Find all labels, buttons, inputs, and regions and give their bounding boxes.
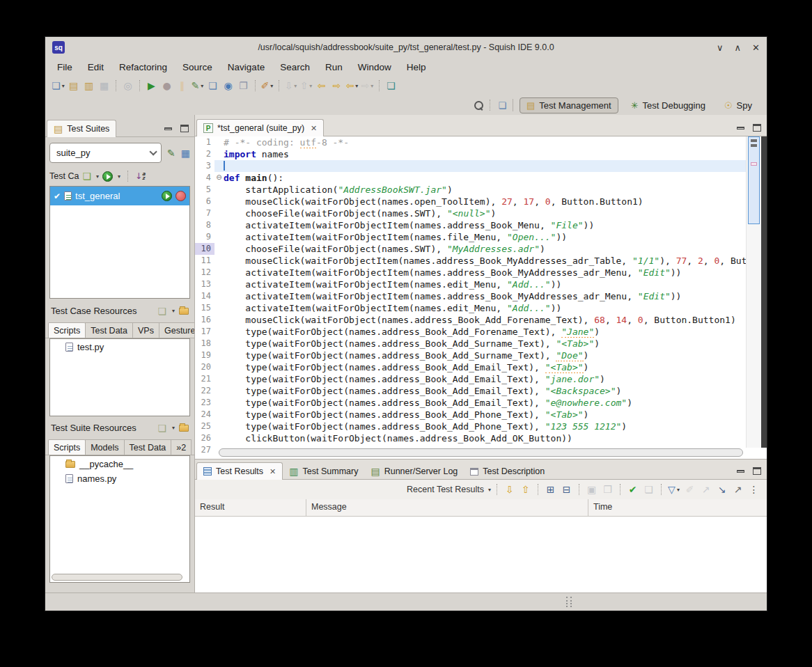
code-text[interactable]: # -*- coding: utf-8 -*- [224,136,746,148]
code-line[interactable]: 7 chooseFile(waitForObject(names.SWT), "… [195,207,746,219]
new-resource-icon[interactable]: ❏ [157,423,166,433]
recent-test-results-dropdown[interactable]: Recent Test Results▾ [406,482,492,497]
line-number[interactable]: 19 [195,350,214,361]
pin-editor-icon[interactable]: ❏ [384,78,398,93]
forward-icon[interactable]: ⇨▾ [360,78,375,93]
server-settings-icon[interactable]: ▦ [181,148,190,158]
pull-down-icon[interactable]: ⇩▾ [283,78,298,93]
line-number[interactable]: 10 [195,243,214,255]
line-number[interactable]: 6 [195,196,214,207]
minimize-editor-icon[interactable] [737,127,744,130]
code-line[interactable]: 3 [195,160,746,172]
maximize-view-icon[interactable] [180,125,189,132]
tab-runner-server-log[interactable]: ▤ Runner/Server Log [364,463,464,480]
line-number[interactable]: 22 [195,385,214,397]
code-text[interactable]: type(waitForObject(names.address_Book_Ad… [224,409,746,421]
code-text[interactable]: type(waitForObject(names.address_Book_Ad… [224,361,746,373]
maximize-window-button[interactable]: ∧ [735,42,742,53]
perspective-spy[interactable]: ☉ Spy [718,98,758,113]
fold-collapse-icon[interactable]: ⊖ [214,172,224,184]
menu-edit[interactable]: Edit [80,60,111,74]
code-line[interactable]: 8 activateItem(waitForObjectItem(names.a… [195,219,746,231]
line-number[interactable]: 11 [195,255,214,267]
run-test-suite-button[interactable] [102,171,113,182]
tab-test-results[interactable]: Test Results ✕ [196,462,283,480]
column-result[interactable]: Result [195,499,306,516]
chevron-down-icon[interactable]: ▾ [172,308,175,314]
show-screenshots-icon[interactable]: ▣ [584,482,599,497]
suite-selector-combo[interactable]: suite_py [49,143,162,163]
line-number[interactable]: 23 [195,397,214,409]
code-text[interactable]: chooseFile(waitForObject(names.SWT), "<n… [224,207,746,219]
line-number[interactable]: 14 [195,290,214,302]
open-in-external-browser-icon[interactable]: ↗ [731,482,745,497]
line-number[interactable]: 26 [195,432,214,444]
code-text[interactable]: type(waitForObject(names.address_Book_Ad… [224,397,746,409]
code-line[interactable]: 16 mouseClick(waitForObject(names.addres… [195,314,746,326]
line-number[interactable]: 21 [195,373,214,385]
code-line[interactable]: 26 clickButton(waitForObject(names.addre… [195,432,746,444]
horizontal-scrollbar[interactable] [50,573,189,582]
tab-vps[interactable]: VPs [132,322,159,338]
show-video-icon[interactable]: ❒ [600,482,615,497]
code-line[interactable]: 1# -*- coding: utf-8 -*- [195,136,746,148]
tab-test-suites[interactable]: ▤ Test Suites [47,120,116,137]
open-folder-icon[interactable] [179,308,189,315]
code-text[interactable]: activateItem(waitForObjectItem(names.add… [224,290,746,302]
code-line[interactable]: 20 type(waitForObject(names.address_Book… [195,361,746,373]
code-text[interactable]: type(waitForObject(names.address_Book_Ad… [224,338,746,350]
collapse-all-icon[interactable]: ⊟ [559,482,574,497]
open-window-icon[interactable]: ❐ [236,78,251,93]
close-window-button[interactable]: ✕ [752,42,760,53]
record-test-case-icon[interactable]: ● [159,78,174,93]
quick-launch-icon[interactable]: ✐▾ [260,78,274,93]
statusbar-grip[interactable] [566,597,572,607]
vertical-scrollbar[interactable] [746,136,761,448]
code-line[interactable]: 9 activateItem(waitForObjectItem(names.f… [195,231,746,243]
export-results-icon[interactable]: ↘ [715,482,729,497]
line-number[interactable]: 5 [195,184,214,196]
code-text[interactable]: import names [224,148,746,160]
forward-alt-icon[interactable]: ⇨ [329,78,344,93]
file-test-py[interactable]: test.py [50,339,189,354]
code-line[interactable]: 24 type(waitForObject(names.address_Book… [195,409,746,421]
code-line[interactable]: 17 type(waitForObject(names.address_Book… [195,326,746,338]
pause-icon[interactable]: ∥ [175,78,189,93]
code-text[interactable]: chooseFile(waitForObject(names.SWT), "My… [224,243,746,255]
code-text[interactable]: def main(): [224,172,746,184]
code-text[interactable]: type(waitForObject(names.address_Book_Ad… [224,373,746,385]
maximize-editor-icon[interactable] [753,124,761,132]
chevron-down-icon[interactable]: ▾ [96,173,99,180]
menu-navigate[interactable]: Navigate [220,60,272,74]
tab-gestures[interactable]: Gestures [159,322,194,338]
checkmark-icon[interactable]: ✔ [54,191,61,201]
object-picker-icon[interactable]: ◎ [120,78,135,93]
code-line[interactable]: 10 chooseFile(waitForObject(names.SWT), … [195,243,746,255]
code-line[interactable]: 13 activateItem(waitForObjectItem(names.… [195,278,746,290]
tab-test-data[interactable]: Test Data [85,322,133,338]
code-line[interactable]: 25 type(waitForObject(names.address_Book… [195,421,746,432]
record-stop-icon[interactable] [175,191,186,201]
line-number[interactable]: 15 [195,302,214,314]
code-line[interactable]: 15 activateItem(waitForObjectItem(names.… [195,302,746,314]
horizontal-scrollbar[interactable] [219,448,743,457]
line-number[interactable]: 9 [195,231,214,243]
menu-source[interactable]: Source [175,60,220,74]
code-line[interactable]: 2import names [195,148,746,160]
new-resource-icon[interactable]: ❏ [157,306,166,316]
code-line[interactable]: 11 mouseClick(waitForObjectItem(names.ad… [195,255,746,267]
perspective-test-debugging[interactable]: ✳ Test Debugging [625,98,712,113]
open-perspective-icon[interactable]: ❏ [498,101,506,110]
line-number[interactable]: 24 [195,409,214,421]
minimize-panel-icon[interactable] [737,470,744,473]
code-line[interactable]: 14 activateItem(waitForObjectItem(names.… [195,290,746,302]
code-text[interactable]: type(waitForObject(names.address_Book_Ad… [224,350,746,361]
results-table-body[interactable] [195,517,767,593]
tab-test-summary[interactable]: ▥ Test Summary [283,463,364,480]
close-tab-icon[interactable]: ✕ [311,124,317,133]
save-icon[interactable]: ▦ [97,78,111,93]
line-number[interactable]: 12 [195,267,214,278]
code-text[interactable]: startApplication("AddressBookSWT.jar") [224,184,746,196]
new-report-icon[interactable]: ❏ [205,78,220,93]
code-text[interactable]: activateItem(waitForObjectItem(names.add… [224,219,746,231]
